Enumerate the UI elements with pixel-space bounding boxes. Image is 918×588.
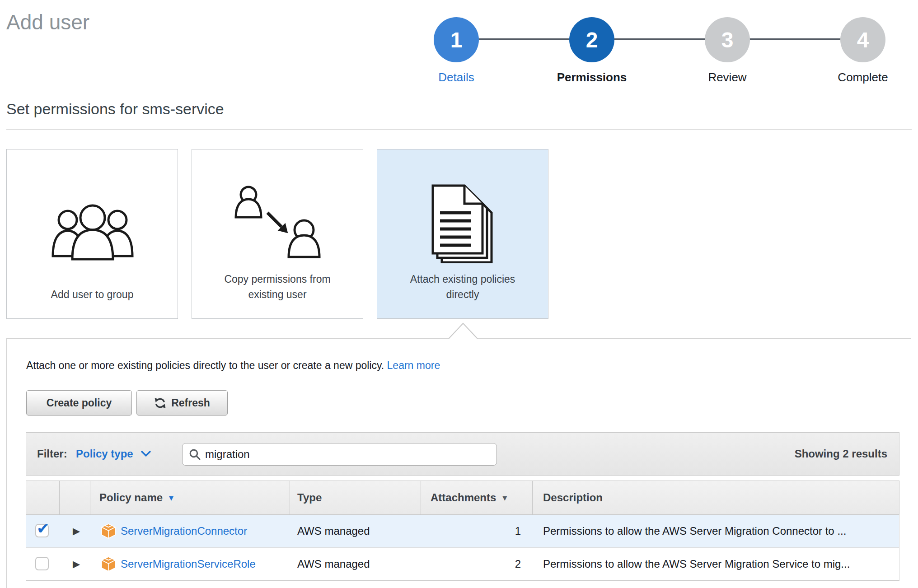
step-label-details[interactable]: Details: [389, 70, 524, 84]
policy-name-link[interactable]: ServerMigrationConnector: [121, 515, 247, 547]
column-header-policy-name[interactable]: Policy name ▾: [99, 481, 173, 514]
column-header-attachments[interactable]: Attachments ▾: [431, 481, 507, 514]
column-separator: [532, 481, 533, 514]
policies-table-body: ✔ ▶ ServerMigrationConnector AWS managed…: [26, 515, 899, 581]
card-label: Copy permissions fromexisting user: [192, 270, 363, 302]
row-checkbox[interactable]: ✔: [35, 557, 49, 570]
step-label-complete: Complete: [795, 70, 918, 84]
step-circle-permissions: 2: [569, 17, 614, 62]
panel-notch: [449, 322, 478, 339]
policies-stack-icon: [429, 182, 497, 263]
create-policy-button[interactable]: Create policy: [26, 390, 132, 415]
policy-type-cell: AWS managed: [297, 515, 370, 547]
description-cell: Permissions to allow the AWS Server Migr…: [543, 515, 846, 547]
filter-label: Filter:: [37, 433, 67, 475]
chevron-down-icon: [141, 450, 151, 457]
policies-table-header: Policy name ▾ Type Attachments ▾ Descrip…: [26, 481, 899, 515]
policy-cube-icon: [101, 523, 116, 539]
user-group-icon: [47, 203, 138, 266]
column-header-description: Description: [543, 481, 603, 514]
copy-permissions-icon: [224, 177, 332, 267]
page-title: Add user: [6, 10, 89, 34]
card-attach-existing-policies[interactable]: Attach existing policiesdirectly: [377, 149, 548, 319]
policy-name-link[interactable]: ServerMigrationServiceRole: [121, 548, 256, 580]
refresh-button[interactable]: Refresh: [136, 390, 228, 415]
heading-divider: [6, 129, 912, 130]
learn-more-link[interactable]: Learn more: [387, 359, 440, 371]
filter-bar: Filter: Policy type Showing 2 results: [26, 432, 899, 476]
search-icon: [189, 448, 201, 461]
results-count: Showing 2 results: [795, 433, 887, 475]
step-circle-review: 3: [705, 17, 750, 62]
card-add-user-to-group[interactable]: Add user to group: [6, 149, 178, 319]
column-separator: [290, 481, 290, 514]
step-circle-complete: 4: [840, 17, 885, 62]
stepper-connector-line: [456, 38, 863, 40]
policy-search-input[interactable]: [204, 444, 493, 464]
section-heading: Set permissions for sms-service: [6, 100, 224, 118]
column-separator: [90, 481, 90, 514]
table-row[interactable]: ✔ ▶ ServerMigrationServiceRole AWS manag…: [26, 547, 899, 580]
card-label: Add user to group: [7, 270, 178, 302]
sort-desc-icon: ▾: [169, 492, 173, 503]
policy-cube-icon: [101, 556, 116, 572]
add-user-wizard-screen: Add user 1 2 3 4 Details Permissions Rev…: [0, 0, 918, 588]
description-cell: Permissions to allow the AWS Server Migr…: [543, 548, 850, 580]
expand-row-icon[interactable]: ▶: [70, 548, 83, 580]
card-copy-permissions[interactable]: Copy permissions fromexisting user: [192, 149, 363, 319]
column-separator: [421, 481, 421, 514]
expand-row-icon[interactable]: ▶: [70, 515, 83, 547]
policy-type-dropdown[interactable]: Policy type: [76, 433, 151, 475]
column-header-type: Type: [297, 481, 322, 514]
policy-search-box: [182, 443, 497, 466]
step-circle-details[interactable]: 1: [434, 17, 479, 62]
card-label: Attach existing policiesdirectly: [377, 270, 548, 302]
policy-type-cell: AWS managed: [297, 548, 370, 580]
checkmark-icon: ✔: [37, 519, 50, 537]
step-label-review: Review: [660, 70, 795, 84]
row-checkbox[interactable]: ✔: [35, 524, 49, 537]
sort-icon: ▾: [502, 492, 507, 503]
panel-description: Attach one or more existing policies dir…: [26, 359, 440, 372]
attachments-cell: 1: [455, 515, 521, 547]
table-row[interactable]: ✔ ▶ ServerMigrationConnector AWS managed…: [26, 515, 899, 547]
refresh-icon: [154, 397, 166, 409]
step-label-permissions: Permissions: [524, 70, 660, 84]
column-separator: [59, 481, 60, 514]
attachments-cell: 2: [455, 548, 521, 580]
